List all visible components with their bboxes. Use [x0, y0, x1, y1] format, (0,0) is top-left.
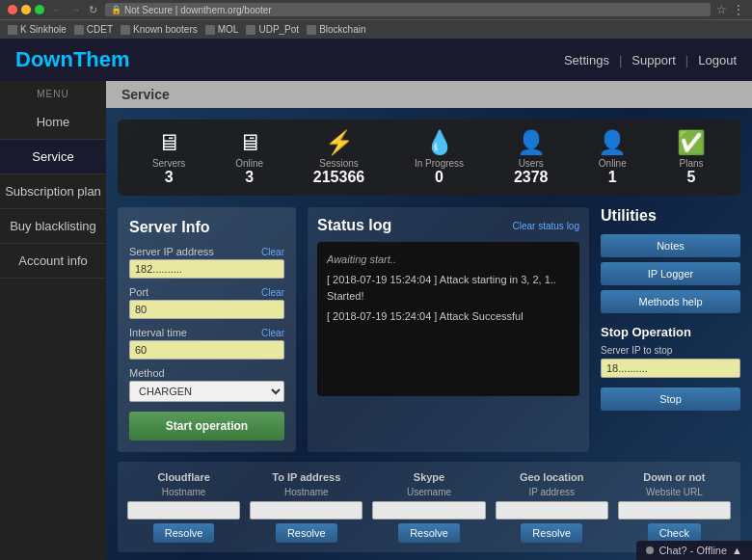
down-or-not-input[interactable]: [618, 501, 731, 520]
stats-bar: 🖥 Servers 3 🖥 Online 3 ⚡ Sessions 215366…: [118, 120, 740, 196]
bookmark-label: UDP_Pot: [258, 24, 299, 35]
bookmark-udp[interactable]: UDP_Pot: [246, 24, 299, 35]
stop-server-ip-input[interactable]: [601, 359, 740, 378]
sidebar-item-account[interactable]: Account info: [0, 244, 106, 279]
stat-inprogress-value: 0: [415, 169, 464, 186]
stat-servers: 🖥 Servers 3: [152, 129, 185, 186]
site-logo: DownThem: [15, 47, 130, 72]
notes-button[interactable]: Notes: [601, 234, 740, 257]
stat-plans-value: 5: [677, 169, 706, 186]
stop-button[interactable]: Stop: [601, 387, 740, 411]
servers-icon: 🖥: [152, 129, 185, 156]
down-or-not-check-button[interactable]: Check: [648, 523, 701, 543]
inprogress-icon: 💧: [415, 129, 464, 156]
cloudflare-resolve-button[interactable]: Resolve: [153, 523, 215, 543]
bookmark-favicon: [307, 25, 316, 35]
maximize-button[interactable]: [35, 5, 44, 14]
port-clear-link[interactable]: Clear: [261, 287, 284, 298]
menu-label: MENU: [0, 81, 106, 105]
stat-online-label: Online: [235, 158, 263, 169]
users-icon: 👤: [514, 129, 549, 156]
stat-online2-value: 1: [598, 169, 627, 186]
ip-clear-link[interactable]: Clear: [261, 247, 284, 257]
bookmark-favicon: [74, 25, 84, 35]
ip-field-label: Server IP address Clear: [129, 246, 284, 257]
geo-resolve-button[interactable]: Resolve: [521, 523, 582, 543]
star-icon[interactable]: ☆: [716, 3, 727, 16]
reload-icon[interactable]: ↻: [87, 4, 99, 16]
close-button[interactable]: [8, 5, 17, 14]
log-line-1: [ 2018-07-19 15:24:04 ] Attack starting …: [327, 272, 570, 306]
sidebar-item-service[interactable]: Service: [0, 140, 106, 174]
stat-plans-label: Plans: [677, 158, 706, 169]
stop-operation-section: Stop Operation Server IP to stop Stop: [601, 325, 740, 411]
server-ip-input[interactable]: [129, 259, 284, 279]
three-columns: Server Info Server IP address Clear Port…: [118, 207, 740, 452]
bookmark-label: MOL: [218, 24, 239, 35]
security-label: Not Secure: [124, 5, 173, 15]
cloudflare-input[interactable]: [127, 501, 240, 520]
log-line-0: Awaiting start..: [327, 252, 570, 269]
status-log-panel: Status log Clear status log Awaiting sta…: [308, 207, 589, 452]
geo-tool: Geo location IP address Resolve: [496, 471, 608, 543]
bookmark-favicon: [246, 25, 255, 35]
tools-row: Cloudflare Hostname Resolve To IP addres…: [127, 471, 731, 543]
back-arrow-icon[interactable]: ←: [50, 4, 65, 15]
utilities-title: Utilities: [601, 207, 740, 225]
to-ip-sub: Hostname: [250, 487, 363, 497]
stat-inprogress: 💧 In Progress 0: [415, 129, 464, 186]
sidebar-item-blacklisting[interactable]: Buy blacklisting: [0, 209, 106, 244]
to-ip-tool: To IP address Hostname Resolve: [250, 471, 363, 543]
port-input[interactable]: [129, 300, 284, 319]
logout-link[interactable]: Logout: [698, 53, 737, 67]
stat-sessions-value: 215366: [313, 169, 364, 186]
stat-online: 🖥 Online 3: [235, 129, 263, 186]
bookmark-cdet[interactable]: CDET: [74, 24, 113, 35]
chat-widget[interactable]: Chat? - Offline ▲: [636, 541, 752, 560]
sidebar-item-home[interactable]: Home: [0, 105, 106, 140]
stat-plans: ✅ Plans 5: [677, 129, 706, 186]
bookmark-sinkhole[interactable]: K Sinkhole: [8, 24, 67, 35]
sessions-icon: ⚡: [313, 129, 364, 156]
start-operation-button[interactable]: Start operation: [129, 412, 284, 440]
log-line-2: [ 2018-07-19 15:24:04 ] Attack Successfu…: [327, 308, 570, 326]
logo-down: Down: [15, 47, 73, 71]
server-info-title: Server Info: [129, 219, 284, 236]
page-title: Service: [106, 81, 752, 108]
bookmark-blockchain[interactable]: Blockchain: [307, 24, 365, 35]
to-ip-resolve-button[interactable]: Resolve: [276, 523, 337, 543]
method-select[interactable]: CHARGEN: [129, 381, 284, 402]
chat-status-dot: [646, 547, 654, 554]
down-or-not-tool: Down or not Website URL Check: [618, 471, 731, 543]
sidebar-item-subscription[interactable]: Subscription plan: [0, 174, 106, 209]
interval-clear-link[interactable]: Clear: [261, 328, 284, 338]
to-ip-input[interactable]: [250, 501, 363, 520]
interval-input[interactable]: [129, 340, 284, 360]
bookmark-mol[interactable]: MOL: [205, 24, 239, 35]
geo-input[interactable]: [496, 501, 608, 520]
bookmark-known[interactable]: Known booters: [121, 24, 198, 35]
skype-input[interactable]: [372, 501, 485, 520]
stat-servers-label: Servers: [152, 158, 185, 169]
menu-icon[interactable]: ⋮: [733, 3, 744, 16]
main-layout: MENU Home Service Subscription plan Buy …: [0, 81, 752, 560]
url-text: downthem.org/booter: [180, 5, 272, 15]
forward-arrow-icon[interactable]: →: [68, 4, 83, 15]
methods-help-button[interactable]: Methods help: [601, 290, 740, 313]
header-navigation: Settings | Support | Logout: [564, 53, 737, 67]
ip-logger-button[interactable]: IP Logger: [601, 262, 740, 285]
window-controls: [8, 5, 44, 14]
bookmark-favicon: [8, 25, 17, 35]
clear-status-log-link[interactable]: Clear status log: [513, 221, 579, 231]
port-field-label: Port Clear: [129, 286, 284, 298]
settings-link[interactable]: Settings: [564, 53, 609, 67]
browser-navigation: ← → ↻: [50, 4, 99, 16]
skype-label: Skype: [372, 471, 485, 483]
skype-resolve-button[interactable]: Resolve: [398, 523, 460, 543]
bookmarks-bar: K Sinkhole CDET Known booters MOL UDP_Po…: [0, 19, 752, 39]
stat-online-value: 3: [235, 169, 263, 186]
minimize-button[interactable]: [21, 5, 31, 14]
address-bar[interactable]: 🔒 Not Secure | downthem.org/booter: [105, 3, 711, 16]
plans-icon: ✅: [677, 129, 706, 156]
support-link[interactable]: Support: [631, 53, 676, 67]
